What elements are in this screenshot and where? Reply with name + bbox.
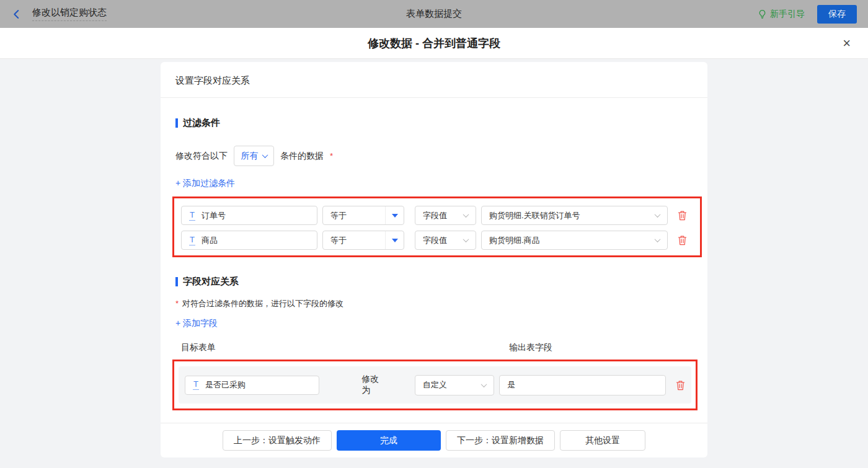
chevron-down-icon <box>262 152 268 158</box>
caret-down-icon <box>392 214 398 218</box>
chevron-down-icon <box>655 236 661 242</box>
value-field-select[interactable]: 购货明细.商品 <box>481 231 668 250</box>
dialog-title: 修改数据 - 合并到普通字段 <box>368 36 500 51</box>
add-filter-condition-link[interactable]: + 添加过滤条件 <box>175 178 235 189</box>
target-form-column-header: 目标表单 <box>181 342 509 353</box>
condition-line: 修改符合以下 所有 条件的数据 * <box>175 146 693 166</box>
value-type-select[interactable]: 字段值 <box>415 231 476 250</box>
workflow-title[interactable]: 修改以销定购状态 <box>32 7 107 21</box>
save-button[interactable]: 保存 <box>817 5 857 24</box>
back-icon[interactable] <box>11 8 24 20</box>
dialog-header: 修改数据 - 合并到普通字段 × <box>0 28 868 59</box>
top-bar: 修改以销定购状态 表单数据提交 新手引导 保存 <box>0 0 868 28</box>
beginner-guide-link[interactable]: 新手引导 <box>758 9 805 20</box>
condition-prefix: 修改符合以下 <box>175 151 228 162</box>
operator-caret-zone[interactable] <box>385 231 404 249</box>
chevron-down-icon <box>463 236 469 242</box>
mapping-note: * 对符合过滤条件的数据，进行以下字段的修改 <box>175 298 693 309</box>
trigger-type-label: 表单数据提交 <box>0 8 868 20</box>
dialog-body: 设置字段对应关系 过滤条件 修改符合以下 所有 条件的数据 * + 添加过滤条件 <box>0 62 868 468</box>
mapping-highlight-box: T 是否已采购 修改为 自定义 <box>172 360 698 410</box>
filter-row: T 商品 等于 字段值 购货明细.商品 <box>181 231 700 250</box>
filter-row: T 订单号 等于 字段值 购货明细.关联销货订单号 <box>181 206 700 225</box>
lightbulb-icon <box>758 9 767 19</box>
target-field-select[interactable]: T 是否已采购 <box>185 376 319 395</box>
beginner-guide-label: 新手引导 <box>770 9 805 20</box>
condition-suffix: 条件的数据 <box>280 151 324 162</box>
operator-select[interactable]: 等于 <box>322 231 404 250</box>
dialog-footer: 上一步：设置触发动作 完成 下一步：设置新增数据 其他设置 <box>161 423 707 457</box>
required-asterisk: * <box>175 299 179 308</box>
delete-row-icon[interactable] <box>676 380 685 391</box>
done-button[interactable]: 完成 <box>337 430 441 451</box>
filter-highlight-box: T 订单号 等于 字段值 购货明细.关联销货订单号 <box>172 196 702 257</box>
delete-row-icon[interactable] <box>678 235 687 245</box>
next-step-button[interactable]: 下一步：设置新增数据 <box>446 430 555 451</box>
section-accent-bar <box>175 277 178 286</box>
value-mode-select[interactable]: 自定义 <box>415 375 495 395</box>
close-icon[interactable]: × <box>843 37 851 50</box>
modify-to-label: 修改为 <box>361 374 387 396</box>
text-field-icon: T <box>189 236 195 245</box>
prev-step-button[interactable]: 上一步：设置触发动作 <box>223 430 332 451</box>
value-type-select[interactable]: 字段值 <box>415 206 476 225</box>
mapping-section-title: 字段对应关系 <box>175 276 693 288</box>
text-field-icon: T <box>189 211 195 221</box>
card-header-title: 设置字段对应关系 <box>161 62 707 98</box>
delete-row-icon[interactable] <box>678 210 687 221</box>
chevron-down-icon <box>463 211 469 218</box>
operator-select[interactable]: 等于 <box>322 206 404 225</box>
value-field-select[interactable]: 购货明细.关联销货订单号 <box>481 206 668 225</box>
chevron-down-icon <box>481 381 487 387</box>
output-field-column-header: 输出表字段 <box>509 342 552 353</box>
filter-section-title: 过滤条件 <box>175 117 693 129</box>
mapping-row: T 是否已采购 修改为 自定义 <box>179 366 691 404</box>
filter-field-select[interactable]: T 商品 <box>181 231 317 250</box>
settings-card: 设置字段对应关系 过滤条件 修改符合以下 所有 条件的数据 * + 添加过滤条件 <box>161 62 707 457</box>
required-asterisk: * <box>330 151 333 161</box>
add-field-link[interactable]: + 添加字段 <box>175 318 218 329</box>
filter-field-select[interactable]: T 订单号 <box>181 206 317 225</box>
mapping-column-headers: 目标表单 输出表字段 <box>175 342 693 353</box>
section-accent-bar <box>175 118 178 128</box>
custom-value-input[interactable] <box>499 375 666 395</box>
chevron-down-icon <box>655 211 661 218</box>
operator-caret-zone[interactable] <box>385 206 404 224</box>
text-field-icon: T <box>193 380 199 390</box>
other-settings-button[interactable]: 其他设置 <box>560 430 645 451</box>
caret-down-icon <box>392 239 398 242</box>
match-mode-select[interactable]: 所有 <box>234 146 274 166</box>
